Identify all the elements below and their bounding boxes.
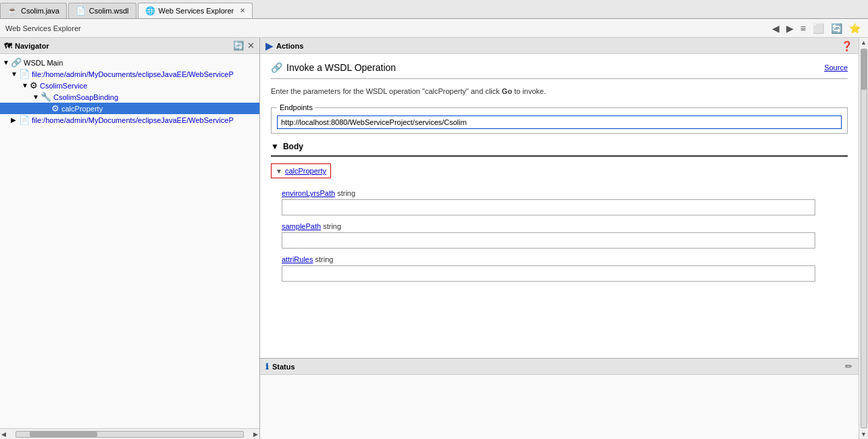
navigator-panel: 🗺 Navigator 🔄 ✕ ▼ 🔗 WSDL Main ▼ 📄 file:/… <box>0 38 260 439</box>
param-row-1: samplePath string <box>271 222 848 249</box>
csolim-service-icon: ⚙ <box>30 80 38 91</box>
param-input-1[interactable] <box>282 232 815 249</box>
body-title: Body <box>283 142 303 151</box>
param-type-1: string <box>323 222 341 230</box>
invoke-title-text: Invoke a WSDL Operation <box>286 62 396 73</box>
toggle-file1[interactable]: ▼ <box>11 70 19 78</box>
window-button[interactable]: ⬜ <box>811 22 826 35</box>
body-header: ▼ Body <box>271 142 848 151</box>
tab-csolim-java[interactable]: ☕ Csolim.java <box>0 3 67 18</box>
file2-icon: 📄 <box>19 115 30 125</box>
navigator-sync-button[interactable]: 🔄 <box>232 40 245 51</box>
go-label: Go <box>502 87 512 95</box>
body-section: ▼ Body ▼ calcProperty <box>271 142 848 282</box>
invoke-header: 🔗 Invoke a WSDL Operation Source <box>271 62 848 73</box>
wse-icon: 🌐 <box>145 6 155 16</box>
tab-csolim-wsdl-label: Csolim.wsdl <box>89 7 129 15</box>
status-section: ℹ Status ✏ <box>260 358 859 439</box>
navigator-header: 🗺 Navigator 🔄 ✕ <box>0 38 259 54</box>
calc-property-nav-label: calcProperty <box>61 105 103 113</box>
v-scroll-thumb <box>861 49 867 90</box>
param-link-1[interactable]: samplePath <box>282 222 321 230</box>
param-input-0[interactable] <box>282 199 815 215</box>
invoke-icon: 🔗 <box>271 62 282 73</box>
toolbar-actions: ◀ ▶ ≡ ⬜ 🔄 ⭐ <box>770 22 863 35</box>
toolbar-title: Web Services Explorer <box>5 24 81 32</box>
file1-label: file:/home/admin/MyDocuments/eclipseJava… <box>32 70 234 78</box>
wsdl-main-icon: 🔗 <box>11 57 22 68</box>
param-row-0: environLyrsPath string <box>271 189 848 215</box>
status-body <box>260 375 859 439</box>
csolim-soap-label: CsolimSoapBinding <box>53 93 118 101</box>
h-scroll-track[interactable] <box>16 431 244 438</box>
scroll-up-arrow[interactable]: ▲ <box>859 38 868 47</box>
tab-csolim-java-label: Csolim.java <box>21 7 59 15</box>
invoke-divider <box>271 78 848 79</box>
right-panel-content: ▶ Actions ❓ 🔗 Invoke a WSDL Operation So… <box>260 38 859 439</box>
param-link-2[interactable]: attriRules <box>282 255 313 263</box>
tree-item-calc-property[interactable]: ⚙ calcProperty <box>0 103 259 114</box>
status-title: Status <box>272 363 295 371</box>
calc-toggle-icon[interactable]: ▼ <box>276 167 282 175</box>
tab-csolim-wsdl[interactable]: 📄 Csolim.wsdl <box>68 3 136 18</box>
scroll-left-arrow[interactable]: ◀ <box>1 431 6 438</box>
actions-title: Actions <box>276 42 303 50</box>
tab-close-icon[interactable]: ✕ <box>240 7 245 14</box>
tab-bar: ☕ Csolim.java 📄 Csolim.wsdl 🌐 Web Servic… <box>0 0 868 19</box>
h-scroll-thumb <box>30 432 97 437</box>
tree-item-csolim-service[interactable]: ▼ ⚙ CsolimService <box>0 80 259 91</box>
refresh-button[interactable]: 🔄 <box>829 22 844 35</box>
navigator-scrollbar: ◀ ▶ <box>0 428 259 439</box>
scroll-right-arrow[interactable]: ▶ <box>253 431 258 438</box>
file1-icon: 📄 <box>19 69 30 79</box>
source-link[interactable]: Source <box>824 63 848 72</box>
actions-body: 🔗 Invoke a WSDL Operation Source Enter t… <box>260 54 859 358</box>
status-header: ℹ Status ✏ <box>260 359 859 375</box>
file2-label: file:/home/admin/MyDocuments/eclipseJava… <box>32 116 234 124</box>
tree-item-file1[interactable]: ▼ 📄 file:/home/admin/MyDocuments/eclipse… <box>0 68 259 80</box>
actions-icon: ▶ <box>265 41 273 51</box>
toggle-csolim-service[interactable]: ▼ <box>22 82 30 89</box>
body-toggle-icon[interactable]: ▼ <box>271 142 279 151</box>
param-link-0[interactable]: environLyrsPath <box>282 189 335 197</box>
tree-item-wsdl-main[interactable]: ▼ 🔗 WSDL Main <box>0 57 259 68</box>
toggle-file2[interactable]: ▶ <box>11 116 19 124</box>
navigator-title: Navigator <box>15 42 49 50</box>
calc-property-link[interactable]: calcProperty <box>285 167 326 175</box>
param-type-0: string <box>337 189 355 197</box>
description-text: Enter the parameters for the WSDL operat… <box>271 87 848 95</box>
csolim-service-label: CsolimService <box>40 82 87 90</box>
tab-web-services-explorer[interactable]: 🌐 Web Services Explorer ✕ <box>138 3 253 18</box>
status-edit-button[interactable]: ✏ <box>844 361 853 372</box>
list-button[interactable]: ≡ <box>798 22 808 35</box>
endpoints-input[interactable] <box>277 115 842 129</box>
v-scroll-track[interactable] <box>861 49 867 428</box>
param-input-2[interactable] <box>282 265 815 282</box>
csolim-soap-icon: 🔧 <box>41 92 51 102</box>
navigator-icon: 🗺 <box>4 42 11 50</box>
star-button[interactable]: ⭐ <box>847 22 863 35</box>
actions-help-button[interactable]: ❓ <box>840 40 853 52</box>
top-toolbar: Web Services Explorer ◀ ▶ ≡ ⬜ 🔄 ⭐ <box>0 19 868 38</box>
right-panel-inner: ▶ Actions ❓ 🔗 Invoke a WSDL Operation So… <box>260 38 868 439</box>
tree-item-file2[interactable]: ▶ 📄 file:/home/admin/MyDocuments/eclipse… <box>0 114 259 126</box>
back-button[interactable]: ◀ <box>770 22 782 35</box>
wsdl-icon: 📄 <box>76 6 86 16</box>
tab-wse-label: Web Services Explorer <box>159 7 234 15</box>
main-layout: 🗺 Navigator 🔄 ✕ ▼ 🔗 WSDL Main ▼ 📄 file:/… <box>0 38 868 439</box>
param-type-2: string <box>315 255 334 263</box>
toggle-csolim-soap[interactable]: ▼ <box>32 93 41 101</box>
right-panel: ▶ Actions ❓ 🔗 Invoke a WSDL Operation So… <box>260 38 868 439</box>
java-icon: ☕ <box>7 6 18 16</box>
actions-header: ▶ Actions ❓ <box>260 38 859 54</box>
scroll-down-arrow[interactable]: ▼ <box>859 430 868 439</box>
tree-item-csolim-soap[interactable]: ▼ 🔧 CsolimSoapBinding <box>0 91 259 103</box>
toggle-wsdl-main[interactable]: ▼ <box>3 59 11 66</box>
navigator-close-button[interactable]: ✕ <box>247 40 255 51</box>
v-scrollbar: ▲ ▼ <box>859 38 868 439</box>
endpoints-legend: Endpoints <box>277 103 315 111</box>
param-row-2: attriRules string <box>271 255 848 282</box>
tree-area: ▼ 🔗 WSDL Main ▼ 📄 file:/home/admin/MyDoc… <box>0 54 259 428</box>
body-divider <box>271 155 848 157</box>
forward-button[interactable]: ▶ <box>784 22 796 35</box>
